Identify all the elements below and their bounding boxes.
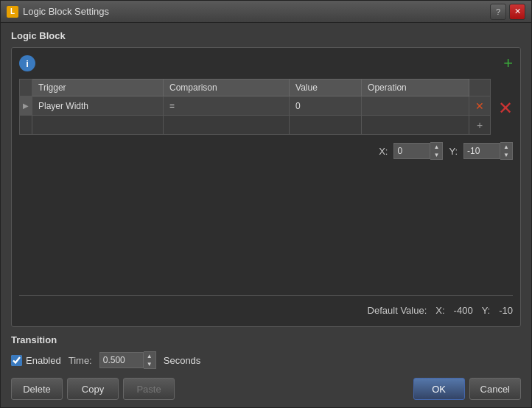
- x-input[interactable]: [393, 143, 430, 159]
- table-row: ▶ Player Width = 0 ✕: [20, 96, 491, 116]
- logic-block-area: i + Trigger Comparison Value Operation: [11, 47, 521, 327]
- logic-block-label: Logic Block: [11, 30, 521, 41]
- help-button[interactable]: ?: [490, 4, 506, 20]
- time-input[interactable]: [99, 352, 144, 368]
- add-row-button[interactable]: +: [503, 55, 513, 71]
- col-value: Value: [290, 80, 362, 96]
- cell-trigger-2[interactable]: [32, 116, 164, 135]
- add-row-icon: +: [477, 119, 483, 131]
- window-title: Logic Block Settings: [23, 6, 490, 17]
- seconds-label: Seconds: [164, 355, 201, 366]
- y-spinbox: ▲ ▼: [463, 142, 513, 160]
- default-value-row: Default Value: X: -400 Y: -10: [19, 302, 513, 319]
- y-down-button[interactable]: ▼: [500, 151, 512, 159]
- ok-button[interactable]: OK: [413, 378, 465, 400]
- col-operation: Operation: [362, 80, 469, 96]
- time-spinbox: ▲ ▼: [99, 351, 156, 369]
- default-value-label: Default Value:: [368, 305, 427, 316]
- info-button[interactable]: i: [19, 55, 35, 71]
- time-down-button[interactable]: ▼: [144, 360, 155, 368]
- window-icon: L: [7, 6, 18, 18]
- row-handle-2: [20, 116, 32, 135]
- delete-block-button[interactable]: ✕: [498, 98, 513, 119]
- row-handle: ▶: [20, 96, 32, 116]
- default-x-value: -400: [454, 305, 473, 316]
- title-bar: L Logic Block Settings ? ✕: [1, 1, 531, 23]
- delete-icon: ✕: [475, 100, 484, 112]
- transition-section: Transition Enabled Time: ▲ ▼ Seconds: [11, 334, 521, 369]
- footer-right: OK Cancel: [413, 378, 521, 400]
- col-trigger: Trigger: [32, 80, 164, 96]
- copy-button[interactable]: Copy: [67, 378, 119, 400]
- footer-buttons: Delete Copy Paste OK Cancel: [11, 378, 521, 400]
- x-spinbox: ▲ ▼: [393, 142, 443, 160]
- x-label: X:: [379, 146, 388, 157]
- footer-left: Delete Copy Paste: [11, 378, 175, 400]
- title-bar-buttons: ? ✕: [490, 4, 525, 20]
- cell-value-2[interactable]: [290, 116, 362, 135]
- y-label: Y:: [449, 146, 458, 157]
- cell-comparison-2[interactable]: [164, 116, 290, 135]
- cancel-button[interactable]: Cancel: [469, 378, 521, 400]
- cell-comparison-1[interactable]: =: [164, 96, 290, 116]
- enabled-checkbox[interactable]: [11, 355, 22, 366]
- enabled-checkbox-wrap: Enabled: [11, 355, 61, 366]
- logic-block-header: i +: [19, 55, 513, 71]
- content-area: Logic Block i + Trigger Comparison Value: [1, 23, 531, 407]
- cell-operation-1[interactable]: [362, 96, 469, 116]
- cell-value-1[interactable]: 0: [290, 96, 362, 116]
- time-up-button[interactable]: ▲: [144, 352, 155, 360]
- default-y-label: Y:: [482, 305, 491, 316]
- delete-button[interactable]: Delete: [11, 378, 63, 400]
- default-x-label: X:: [435, 305, 444, 316]
- default-y-value: -10: [499, 305, 513, 316]
- row-add-cell[interactable]: +: [469, 116, 491, 135]
- divider: [19, 295, 513, 296]
- close-button[interactable]: ✕: [509, 4, 525, 20]
- cell-operation-2[interactable]: [362, 116, 469, 135]
- x-down-button[interactable]: ▼: [430, 151, 442, 159]
- y-up-button[interactable]: ▲: [500, 143, 512, 151]
- time-label: Time:: [69, 355, 92, 366]
- transition-label: Transition: [11, 334, 521, 345]
- col-comparison: Comparison: [164, 80, 290, 96]
- transition-controls: Enabled Time: ▲ ▼ Seconds: [11, 351, 521, 369]
- logic-table: Trigger Comparison Value Operation ▶ Pla…: [19, 79, 491, 135]
- table-row: +: [20, 116, 491, 135]
- paste-button[interactable]: Paste: [123, 378, 175, 400]
- cell-trigger-1[interactable]: Player Width: [32, 96, 164, 116]
- row-delete-button-1[interactable]: ✕: [469, 96, 491, 116]
- y-input[interactable]: [463, 143, 500, 159]
- enabled-label: Enabled: [26, 355, 61, 366]
- xy-row: X: ▲ ▼ Y: ▲ ▼: [19, 142, 513, 160]
- main-window: L Logic Block Settings ? ✕ Logic Block i…: [0, 0, 532, 408]
- x-up-button[interactable]: ▲: [430, 143, 442, 151]
